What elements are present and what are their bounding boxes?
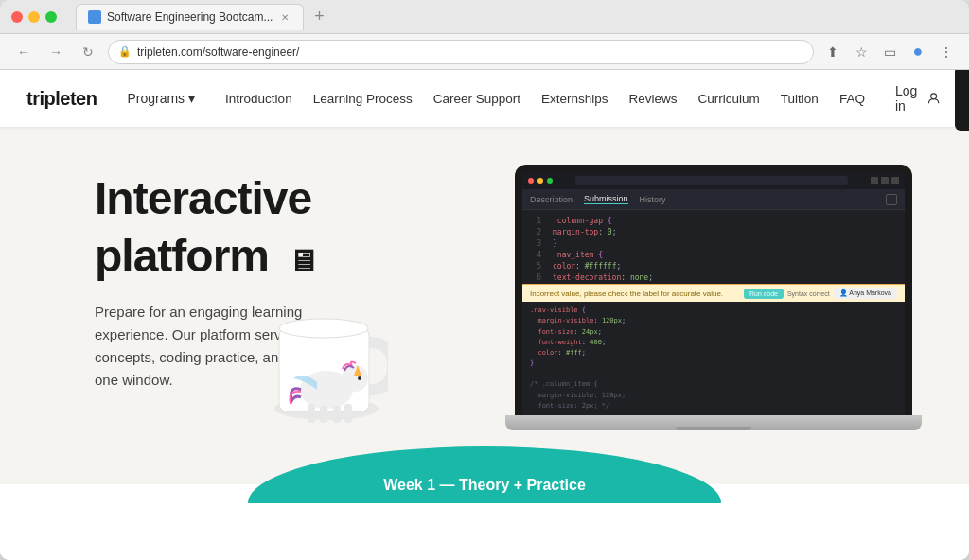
url-text: tripleten.com/software-engineer/ (137, 45, 299, 59)
svg-rect-9 (333, 406, 341, 423)
svg-rect-7 (308, 404, 315, 423)
hero-title: Interactive platform 🖥 (95, 174, 454, 282)
nav-reviews[interactable]: Reviews (629, 92, 678, 106)
editor-body: 1234567891011121314151617181920 .column-… (522, 210, 905, 284)
user-icon (927, 90, 940, 107)
mug-illustration (265, 286, 388, 428)
editor-notification-text: Incorrect value, please check the label … (530, 289, 723, 298)
syntax-label: Syntax correct (787, 290, 830, 297)
laptop-mockup: Description Submission History 123456789… (515, 165, 912, 429)
week-pill-text: Week 1 — Theory + Practice (383, 477, 586, 493)
lock-icon: 🔒 (118, 45, 132, 58)
editor-extra-code: .nav-visible { margin-visible: 120px; fo… (522, 302, 905, 415)
menu-icon[interactable]: ⋮ (935, 41, 958, 63)
week-white-card (78, 503, 891, 560)
user-badge: 👤 Anya Markova (834, 288, 897, 299)
tab-close-icon[interactable]: ✕ (278, 10, 291, 24)
svg-point-3 (279, 319, 368, 338)
reader-view-icon[interactable]: ▭ (878, 41, 901, 63)
nav-links: Introduction Learning Process Career Sup… (225, 92, 865, 106)
login-label: Log in (895, 83, 922, 114)
nav-externships[interactable]: Externships (541, 92, 608, 106)
svg-rect-8 (320, 406, 327, 423)
week-pill[interactable]: Week 1 — Theory + Practice (353, 467, 616, 503)
tab-description[interactable]: Description (530, 195, 573, 204)
svg-rect-10 (344, 404, 352, 423)
browser-toolbar: ← → ↻ 🔒 tripleten.com/software-engineer/… (0, 34, 969, 70)
website-content: tripleten Programs ▾ Introduction Learni… (0, 70, 969, 560)
mug-container (265, 286, 388, 428)
nav-introduction[interactable]: Introduction (225, 92, 292, 106)
programs-menu[interactable]: Programs ▾ (127, 91, 195, 106)
toolbar-actions: ⬆ ☆ ▭ ● ⋮ (821, 41, 958, 63)
traffic-lights (11, 11, 57, 23)
bookmark-icon[interactable]: ☆ (850, 41, 872, 63)
tab-title: Software Engineering Bootcam... (107, 10, 273, 24)
programs-chevron-icon: ▾ (188, 91, 195, 106)
line-numbers: 1234567891011121314151617181920 (522, 210, 545, 284)
address-bar[interactable]: 🔒 tripleten.com/software-engineer/ (108, 40, 814, 64)
svg-point-11 (358, 376, 361, 380)
maximize-button[interactable] (45, 11, 57, 23)
forward-button[interactable]: → (44, 40, 68, 64)
nav-career-support[interactable]: Career Support (433, 92, 520, 106)
nav-curriculum[interactable]: Curriculum (698, 92, 760, 106)
tab-submission[interactable]: Submission (584, 194, 628, 204)
close-button[interactable] (11, 11, 23, 23)
laptop-base (505, 415, 922, 430)
editor-tabs: Description Submission History (522, 189, 905, 210)
active-tab[interactable]: Software Engineering Bootcam... ✕ (76, 4, 304, 30)
browser-window: Software Engineering Bootcam... ✕ + ← → … (0, 0, 969, 560)
hero-title-line1: Interactive (95, 174, 311, 224)
tab-history[interactable]: History (640, 195, 666, 204)
profile-icon[interactable]: ● (907, 41, 929, 63)
programs-label: Programs (127, 91, 185, 106)
navbar: tripleten Programs ▾ Introduction Learni… (0, 70, 969, 127)
hero-section: Interactive platform 🖥 Prepare for an en… (0, 127, 969, 484)
run-button[interactable]: Run code (744, 289, 784, 299)
minimize-button[interactable] (28, 11, 40, 23)
share-icon[interactable]: ⬆ (821, 41, 844, 63)
nav-tuition[interactable]: Tuition (781, 92, 819, 106)
tab-favicon (88, 10, 101, 24)
svg-point-0 (931, 94, 937, 99)
browser-titlebar: Software Engineering Bootcam... ✕ + (0, 0, 969, 34)
code-editor: Description Submission History 123456789… (522, 172, 905, 415)
logo: tripleten (26, 88, 97, 110)
nav-learning-process[interactable]: Learning Process (313, 92, 413, 106)
back-button[interactable]: ← (11, 40, 36, 64)
reload-button[interactable]: ↻ (76, 40, 100, 64)
hero-title-line2: platform 🖥 (95, 232, 317, 282)
laptop-screen-inner: Description Submission History 123456789… (522, 172, 905, 415)
platform-icon: 🖥 (288, 245, 317, 278)
laptop-screen-outer: Description Submission History 123456789… (515, 165, 912, 415)
code-area: .column-gap { margin-top: 0; } .nav_item… (545, 210, 905, 284)
tab-bar: Software Engineering Bootcam... ✕ + (76, 4, 931, 30)
week-section: Week 1 — Theory + Practice (0, 484, 969, 560)
login-button[interactable]: Log in (895, 83, 940, 114)
new-tab-button[interactable]: + (308, 6, 330, 28)
book-call-button[interactable]: Book a call (955, 70, 969, 131)
nav-faq[interactable]: FAQ (839, 92, 865, 106)
nav-right: Log in Book a call (895, 70, 969, 131)
laptop-area: Description Submission History 123456789… (454, 165, 912, 429)
